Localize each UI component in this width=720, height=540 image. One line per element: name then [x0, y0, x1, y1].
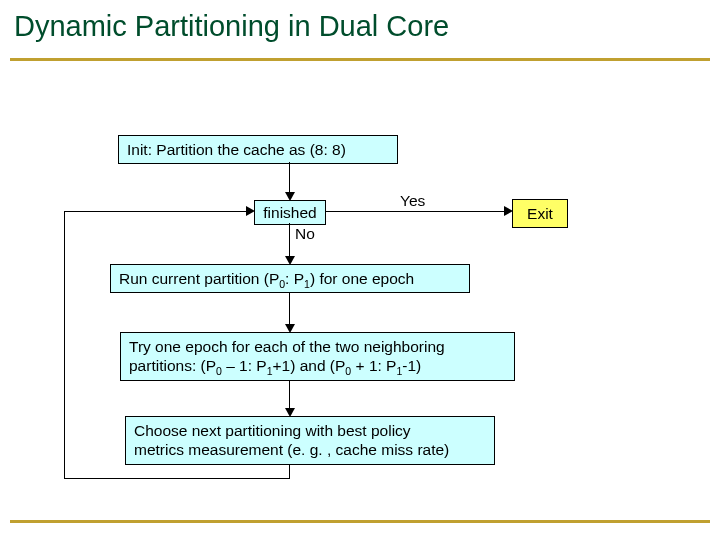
bottom-rule	[10, 520, 710, 523]
slide-title: Dynamic Partitioning in Dual Core	[14, 10, 449, 43]
try-l2: partitions: (P0 – 1: P1+1) and (P0 + 1: …	[129, 356, 506, 375]
box-exit: Exit	[512, 199, 568, 228]
try-a: partitions: (P	[129, 357, 216, 374]
try-d: + 1: P	[351, 357, 396, 374]
box-exit-text: Exit	[527, 205, 553, 222]
run-text: Run current partition (P0: P1) for one e…	[119, 270, 414, 287]
arrow-try-to-choose	[289, 380, 290, 408]
arrow-run-to-try	[289, 292, 290, 324]
box-run-current: Run current partition (P0: P1) for one e…	[110, 264, 470, 293]
box-try-neighbors: Try one epoch for each of the two neighb…	[120, 332, 515, 381]
try-c: +1) and (P	[273, 357, 346, 374]
choose-l2: metrics measurement (e. g. , cache miss …	[134, 440, 486, 459]
run-t1: Run current partition (P	[119, 270, 279, 287]
box-decision-finished: finished	[254, 200, 326, 225]
box-decision-text: finished	[263, 204, 316, 221]
choose-l1: Choose next partitioning with best polic…	[134, 421, 486, 440]
arrowhead-loop-into-decision	[246, 206, 255, 216]
loop-left-bottom	[64, 478, 290, 479]
box-init-text: Init: Partition the cache as (8: 8)	[127, 141, 346, 158]
box-init: Init: Partition the cache as (8: 8)	[118, 135, 398, 164]
label-yes: Yes	[400, 192, 425, 210]
arrow-decision-to-exit	[326, 211, 504, 212]
loop-down	[289, 464, 290, 478]
arrow-decision-to-run	[289, 223, 290, 256]
try-e: -1)	[402, 357, 421, 374]
try-l1: Try one epoch for each of the two neighb…	[129, 337, 506, 356]
loop-right-top	[64, 211, 246, 212]
arrow-init-to-decision	[289, 162, 290, 192]
run-t3: ) for one epoch	[310, 270, 414, 287]
run-t2: : P	[285, 270, 304, 287]
try-b: – 1: P	[222, 357, 267, 374]
top-rule	[10, 58, 710, 61]
label-no: No	[295, 225, 315, 243]
loop-up	[64, 211, 65, 478]
box-choose-next: Choose next partitioning with best polic…	[125, 416, 495, 465]
